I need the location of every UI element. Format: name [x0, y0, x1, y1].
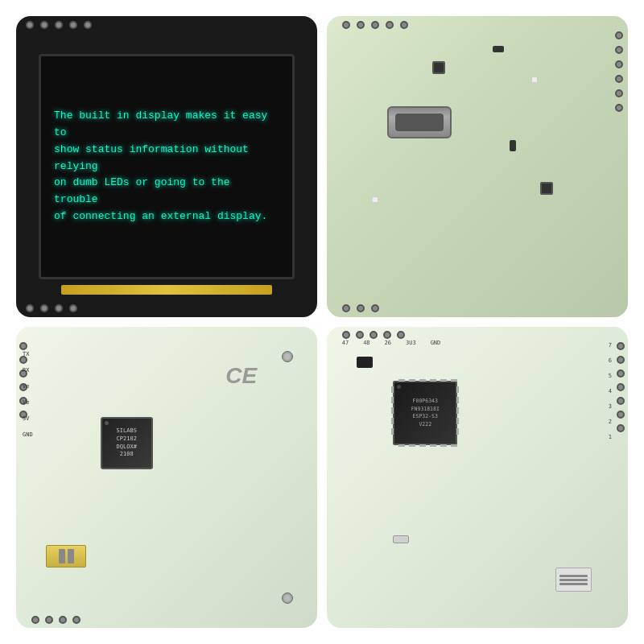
pcb-bottom-right: 7 6 5 4 3 2 1 47 48 26 3U3 GND	[327, 327, 628, 628]
pcb-hole	[615, 46, 623, 54]
chip-pin	[456, 418, 459, 424]
num-label-4: 4	[609, 388, 612, 394]
pcb-top-right	[327, 16, 628, 317]
smd-resistor-1	[493, 46, 504, 52]
chip-pin	[456, 407, 459, 414]
chip-orientation-dot	[397, 385, 401, 389]
tactile-button-1	[432, 61, 445, 74]
pcb-holes-right-col	[615, 31, 623, 112]
pcb-hole	[84, 21, 92, 29]
pcb-hole	[369, 331, 378, 339]
pin-label-rx: RX	[23, 367, 33, 374]
chip-orientation-dot	[105, 421, 109, 425]
num-label-47: 47	[342, 340, 349, 346]
pcb-hole	[617, 397, 625, 405]
pin-label-gnd: GND	[23, 431, 33, 438]
pcb-hole	[617, 424, 625, 432]
pcb-hole	[31, 616, 39, 624]
pcb-hole	[342, 331, 350, 339]
smd-led-2	[372, 196, 378, 203]
pcb-hole	[19, 342, 27, 350]
esp32-chip-label: F00P6343FN931818IESP32-S3V222	[411, 398, 440, 429]
chip-pin	[419, 379, 426, 382]
pcb-hole	[371, 21, 379, 29]
pcb-screw-bl	[282, 592, 293, 604]
pcb-hole	[55, 21, 63, 29]
chip-pin	[398, 444, 405, 447]
pcb-hole	[617, 342, 625, 350]
chip-pin	[409, 444, 415, 447]
chip-label-text: SILABSCP2102DQLOX#2108	[117, 427, 137, 459]
oled-line-2: show status information without relying	[54, 143, 249, 172]
pin-label-5v: 5V	[23, 415, 33, 422]
chip-pins-bottom	[398, 444, 457, 447]
pcb-screw-tr	[282, 351, 293, 362]
pcb-hole	[400, 21, 408, 29]
wifi-antenna-module	[555, 568, 592, 592]
ce-certification-mark: CE	[225, 363, 257, 389]
pcb-hole	[357, 21, 365, 29]
chip-pin	[398, 379, 405, 382]
pcb-hole	[397, 331, 405, 339]
pcb-hole	[72, 616, 80, 624]
esp32-chip-cell: 7 6 5 4 3 2 1 47 48 26 3U3 GND	[327, 327, 628, 628]
smd-resistor-2	[510, 140, 516, 151]
silabs-ic-chip: SILABSCP2102DQLOX#2108	[101, 417, 153, 469]
pcb-hole	[356, 331, 364, 339]
pcb-hole	[617, 356, 625, 364]
oled-line-4: of connecting an external display.	[54, 210, 267, 222]
pcb-hole	[26, 304, 34, 312]
chip-pin	[391, 428, 394, 435]
oled-screen: The built in display makes it easy to sh…	[39, 54, 295, 280]
pcb-holes-bottom-left	[26, 304, 77, 312]
pcb-hole	[55, 304, 63, 312]
antenna-line-3	[559, 583, 588, 585]
jst-pin-2	[68, 549, 74, 564]
oled-line-1: The built in display makes it easy to	[54, 109, 267, 138]
pcb-hole	[615, 75, 623, 83]
chip-pins-left	[391, 386, 394, 435]
oled-line-3: on dumb LEDs or going to the trouble	[54, 176, 229, 205]
usbc-inner-port	[395, 114, 444, 131]
product-image-grid: The built in display makes it easy to sh…	[0, 0, 644, 644]
pin-label-ve2: Ve	[23, 399, 33, 406]
pin-label-tx: TX	[23, 351, 33, 357]
chip-pin	[391, 397, 394, 403]
pcb-hole	[59, 616, 67, 624]
pcb-hole	[615, 31, 623, 39]
crystal-oscillator	[393, 535, 409, 543]
pcb-hole	[617, 369, 625, 378]
pcb-hole	[69, 21, 77, 29]
chip-pin	[430, 444, 436, 447]
num-label-1: 1	[609, 434, 612, 440]
num-label-gnd: GND	[431, 340, 441, 346]
chip-pin	[440, 379, 447, 382]
small-smd-chip	[357, 357, 373, 368]
antenna-line-1	[559, 575, 588, 577]
num-label-2: 2	[609, 419, 612, 425]
pcb-hole	[45, 616, 53, 624]
pcb-hole	[40, 21, 48, 29]
pcb-hole	[371, 304, 379, 312]
pcb-hole	[26, 21, 34, 29]
pcb-hole	[615, 89, 623, 97]
pcb-holes-top-left	[26, 21, 92, 29]
chip-pin	[456, 428, 459, 435]
num-label-7: 7	[609, 342, 612, 349]
pin-number-labels-right: 7 6 5 4 3 2 1	[609, 342, 612, 440]
pcb-hole	[615, 104, 623, 112]
pcb-holes-top-row	[342, 21, 408, 29]
chip-pins-top	[398, 379, 457, 382]
jst-pin-1	[59, 549, 65, 564]
pcb-holes-right-br	[617, 342, 625, 432]
chip-pin	[419, 444, 426, 447]
num-label-6: 6	[609, 357, 612, 364]
pcb-holes-bottom-row	[342, 304, 379, 312]
num-label-48: 48	[363, 340, 369, 346]
pcb-pin-labels: TX RX Ve Ve 5V GND	[23, 351, 33, 438]
pcb-hole	[342, 21, 350, 29]
pcb-hole	[617, 411, 625, 419]
pcb-bottom-left: TX RX Ve Ve 5V GND SILABSCP2102DQLOX#210…	[16, 327, 317, 628]
pcb-holes-top-br	[342, 331, 405, 339]
num-label-5: 5	[609, 373, 612, 379]
